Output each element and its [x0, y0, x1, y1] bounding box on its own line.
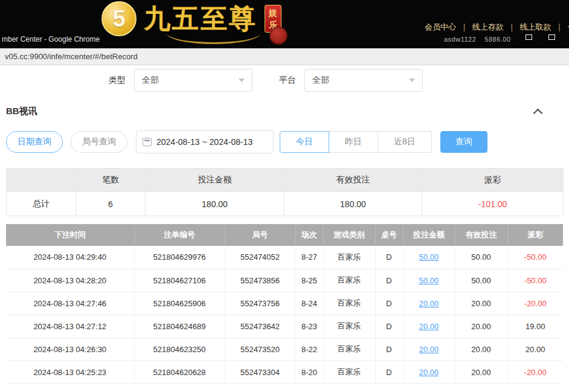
query-toolbar: 日期查询 局号查询 2024-08-13 ~ 2024-08-13 今日 昨日 … [6, 130, 563, 153]
window-title: mber Center - Google Chrome [2, 35, 100, 43]
search-button[interactable]: 查询 [440, 131, 487, 153]
round-no-cell: 552473642 [225, 315, 295, 338]
bet-amount-link[interactable]: 20.00 [403, 338, 455, 361]
bet-amount-link[interactable]: 50.00 [403, 269, 455, 292]
valid-bet-cell: 20.00 [455, 315, 507, 338]
logo-seal-decoration [269, 27, 288, 45]
window-controls [521, 31, 559, 42]
valid-bet-cell: 50.00 [455, 246, 507, 269]
table-row: 2024-08-13 04:27:46 521804625906 5524737… [6, 292, 563, 315]
bet-amount-link[interactable]: 20.00 [403, 315, 455, 338]
bet-time-cell: 2024-08-13 04:28:20 [6, 269, 134, 292]
platform-filter-select[interactable]: 全部 [304, 69, 423, 92]
platform-filter-value: 全部 [312, 75, 329, 86]
minimize-icon [526, 34, 532, 40]
summary-header-bet-amount: 投注金额 [146, 169, 284, 192]
yesterday-button[interactable]: 昨日 [329, 131, 378, 153]
payout-cell: -20.00 [507, 361, 563, 384]
bet-time-cell: 2024-08-13 04:25:23 [6, 361, 134, 384]
table-row: 2024-08-13 04:27:12 521804624689 5524736… [6, 315, 563, 338]
round-no-cell: 552473856 [225, 269, 295, 292]
bet-amount-link[interactable]: 50.00 [403, 246, 455, 269]
table-row: 2024-08-13 04:28:20 521804627106 5524738… [6, 269, 563, 292]
type-filter-label: 类型 [109, 75, 126, 86]
table-no-cell: D [375, 361, 403, 384]
nav-online-withdraw-link[interactable]: 线上取款 [519, 22, 551, 31]
bet-table-header-row: 下注时间 注单编号 局号 场次 游戏类别 桌号 投注金额 有效投注 派彩 [6, 224, 563, 246]
valid-bet-cell: 20.00 [455, 361, 507, 384]
bet-time-cell: 2024-08-13 04:29:40 [6, 246, 134, 269]
logo-coin-icon: 5 [101, 1, 137, 36]
round-no-cell: 552474052 [225, 246, 295, 269]
collapse-chevron-up-icon[interactable] [533, 108, 543, 118]
bet-no-cell: 521804629976 [134, 246, 225, 269]
round-no-cell: 552473756 [225, 292, 295, 315]
type-filter-select[interactable]: 全部 [134, 69, 252, 92]
header-payout: 派彩 [507, 224, 563, 246]
valid-bet-cell: 50.00 [455, 269, 507, 292]
window-maximize-button[interactable] [544, 31, 559, 42]
site-logo: 5 九五至尊 娱 乐 [101, 0, 295, 48]
logo-coin-number: 5 [112, 6, 125, 32]
account-info: asdw11225886.00 [444, 36, 519, 43]
game-type-cell: 百家乐 [323, 269, 375, 292]
valid-bet-cell: 20.00 [455, 338, 507, 361]
session-cell: 8-20 [295, 361, 323, 384]
bet-no-cell: 521804625906 [134, 292, 225, 315]
table-no-cell: D [375, 338, 403, 361]
nav-online-deposit-link[interactable]: 线上存款 [472, 22, 504, 31]
summary-header-count: 笔数 [76, 169, 146, 192]
payout-cell: -20.00 [507, 292, 563, 315]
payout-cell: 20.00 [507, 338, 563, 361]
header-bet-no: 注单编号 [134, 224, 225, 246]
bet-record-page: 类型 全部 平台 全部 BB视讯 日期查询 局号查询 2024-08-13 ~ … [0, 69, 569, 384]
round-no-cell: 552473304 [225, 361, 295, 384]
browser-address-bar[interactable]: v05.cc:9900/infe/mcenter/#/betRecord [0, 48, 569, 65]
filter-row: 类型 全部 平台 全部 [109, 69, 563, 92]
session-cell: 8-24 [295, 292, 323, 315]
calendar-icon [143, 138, 152, 146]
account-username: asdw1122 [444, 36, 476, 43]
maximize-icon [548, 34, 555, 40]
round-query-button[interactable]: 局号查询 [71, 131, 127, 153]
table-row: 2024-08-13 04:26:30 521804623250 5524735… [6, 338, 563, 361]
bet-amount-link[interactable]: 20.00 [403, 292, 455, 315]
type-filter-value: 全部 [142, 75, 159, 86]
summary-header-row: 笔数 投注金额 有效投注 派彩 [7, 169, 564, 192]
bet-time-cell: 2024-08-13 04:27:46 [6, 292, 134, 315]
nav-member-center-link[interactable]: 会员中心 [425, 22, 456, 31]
valid-bet-cell: 20.00 [455, 292, 507, 315]
bet-record-table: 下注时间 注单编号 局号 场次 游戏类别 桌号 投注金额 有效投注 派彩 202… [6, 224, 563, 384]
quick-date-button-group: 今日 昨日 近8日 [280, 131, 432, 153]
header-session: 场次 [295, 224, 323, 246]
logo-swirl-decoration [167, 29, 260, 44]
table-no-cell: D [375, 246, 403, 269]
header-valid-bet: 有效投注 [455, 224, 507, 246]
date-query-button[interactable]: 日期查询 [6, 131, 63, 153]
summary-table: 笔数 投注金额 有效投注 派彩 总计 6 180.00 180.00 -101.… [6, 168, 564, 216]
session-cell: 8-27 [295, 246, 323, 269]
summary-total-label: 总计 [7, 192, 76, 216]
bet-no-cell: 521804624689 [134, 315, 225, 338]
bet-amount-link[interactable]: 20.00 [403, 361, 455, 384]
badge-char-top: 娱 [269, 7, 277, 19]
summary-count-value: 6 [76, 192, 146, 216]
chevron-down-icon [239, 79, 245, 82]
round-no-cell: 552473520 [225, 338, 295, 361]
bet-time-cell: 2024-08-13 04:26:30 [6, 338, 134, 361]
header-round-no: 局号 [225, 224, 295, 246]
bet-time-cell: 2024-08-13 04:27:12 [6, 315, 134, 338]
bet-no-cell: 521804623250 [134, 338, 225, 361]
game-type-cell: 百家乐 [323, 292, 375, 315]
header-bet-time: 下注时间 [6, 224, 134, 246]
window-minimize-button[interactable] [521, 31, 536, 42]
date-range-picker[interactable]: 2024-08-13 ~ 2024-08-13 [136, 130, 274, 153]
last-8-days-button[interactable]: 近8日 [378, 131, 432, 153]
bet-table-body: 2024-08-13 04:29:40 521804629976 5524740… [6, 246, 563, 384]
session-cell: 8-25 [295, 269, 323, 292]
today-button[interactable]: 今日 [280, 131, 329, 153]
game-type-cell: 百家乐 [323, 338, 375, 361]
session-cell: 8-22 [295, 338, 323, 361]
date-range-value: 2024-08-13 ~ 2024-08-13 [156, 137, 252, 147]
chevron-down-icon [409, 79, 415, 82]
